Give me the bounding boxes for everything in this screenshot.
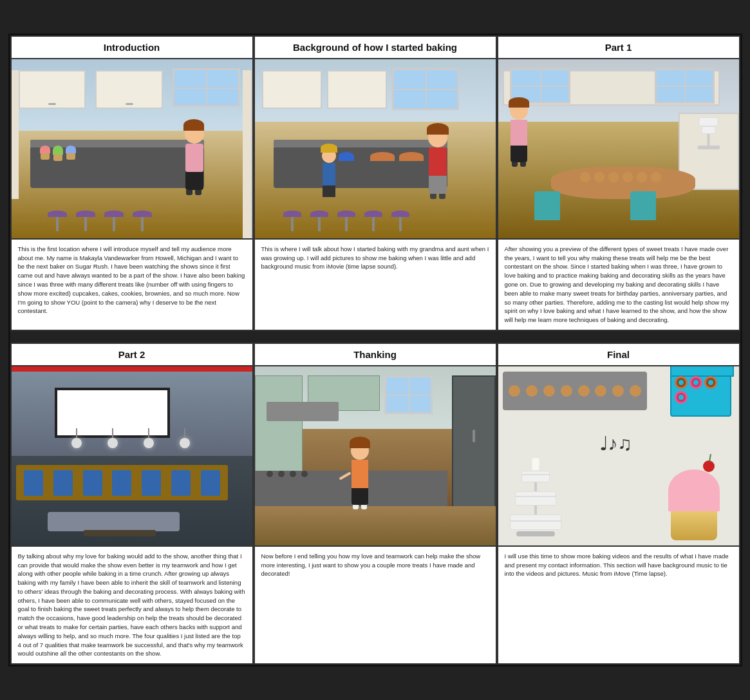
cake bbox=[510, 458, 561, 536]
pie bbox=[370, 152, 395, 161]
pendant3 bbox=[144, 438, 154, 448]
big-cupcake bbox=[668, 469, 720, 540]
table-row bbox=[16, 465, 228, 500]
row-2: Part 2 bbox=[10, 343, 740, 665]
bg-stools bbox=[283, 211, 409, 217]
image-final: ♩♪♫ bbox=[498, 366, 739, 547]
character-intro bbox=[185, 124, 204, 195]
character-small bbox=[322, 149, 336, 197]
cabinet-left-tall bbox=[12, 70, 19, 199]
chair1 bbox=[534, 191, 560, 220]
text-part1: After showing you a preview of the diffe… bbox=[498, 240, 739, 330]
pendant2 bbox=[108, 438, 118, 448]
header-part2: Part 2 bbox=[12, 344, 252, 366]
image-background bbox=[255, 59, 496, 240]
bg-counter bbox=[274, 146, 447, 188]
window bbox=[173, 68, 240, 107]
bg-window bbox=[392, 68, 460, 110]
scene-background bbox=[255, 59, 496, 238]
music-notes: ♩♪♫ bbox=[599, 434, 633, 453]
cabinet-right-side bbox=[243, 70, 252, 240]
header-background: Background of how I started baking bbox=[255, 37, 496, 59]
header-introduction: Introduction bbox=[12, 37, 252, 59]
red-stripe bbox=[12, 366, 252, 372]
donut-box-wrapper bbox=[670, 372, 731, 417]
character-thanking bbox=[351, 442, 369, 509]
pendant4 bbox=[180, 438, 190, 448]
cell-introduction: Introduction bbox=[10, 35, 254, 331]
th-fridge bbox=[452, 375, 495, 510]
scene-part2 bbox=[12, 366, 252, 545]
character-bg bbox=[428, 128, 447, 199]
image-introduction bbox=[12, 59, 252, 240]
scene-final: ♩♪♫ bbox=[498, 366, 739, 545]
th-vent bbox=[267, 402, 339, 421]
row-spacer bbox=[10, 331, 740, 343]
cell-final: Final bbox=[497, 343, 740, 665]
coffee-table bbox=[84, 530, 156, 536]
character-p1 bbox=[510, 102, 528, 167]
bg-cab1 bbox=[262, 70, 323, 109]
baking-tray bbox=[503, 372, 647, 410]
bowl bbox=[339, 152, 354, 161]
image-part2 bbox=[12, 366, 252, 547]
th-stove-knobs bbox=[267, 471, 308, 477]
text-background: This is where I will talk about how I st… bbox=[255, 240, 496, 291]
row-1: Introduction bbox=[10, 35, 740, 331]
cell-part1: Part 1 bbox=[497, 35, 740, 331]
scene-introduction bbox=[12, 59, 252, 238]
p1-win2 bbox=[655, 68, 715, 104]
scene-thanking bbox=[255, 366, 496, 545]
th-floor bbox=[255, 506, 496, 545]
cell-thanking: Thanking bbox=[254, 343, 497, 665]
text-final: I will use this time to show more baking… bbox=[498, 547, 739, 598]
header-final: Final bbox=[498, 344, 739, 366]
cell-background: Background of how I started baking bbox=[254, 35, 497, 331]
cell-part2: Part 2 bbox=[10, 343, 254, 665]
text-introduction: This is the first location where I will … bbox=[12, 240, 252, 321]
bg-cab2 bbox=[327, 70, 388, 109]
text-thanking: Now before I end telling you how my love… bbox=[255, 547, 496, 598]
image-thanking bbox=[255, 366, 496, 547]
pendant1 bbox=[71, 438, 82, 448]
pie2 bbox=[399, 152, 424, 161]
p1-table bbox=[551, 167, 695, 199]
header-thanking: Thanking bbox=[255, 344, 496, 366]
text-part2: By talking about why my love for baking … bbox=[12, 547, 252, 663]
cabinet-left bbox=[19, 70, 86, 109]
th-window bbox=[384, 375, 433, 414]
header-part1: Part 1 bbox=[498, 37, 739, 59]
cabinet-center bbox=[95, 70, 163, 109]
sofa bbox=[48, 512, 180, 531]
image-part1 bbox=[498, 59, 739, 240]
chair2 bbox=[630, 191, 656, 220]
storyboard: Introduction bbox=[8, 33, 742, 667]
cupcakes bbox=[40, 146, 76, 161]
stools bbox=[48, 211, 152, 217]
scene-part1 bbox=[498, 59, 739, 238]
